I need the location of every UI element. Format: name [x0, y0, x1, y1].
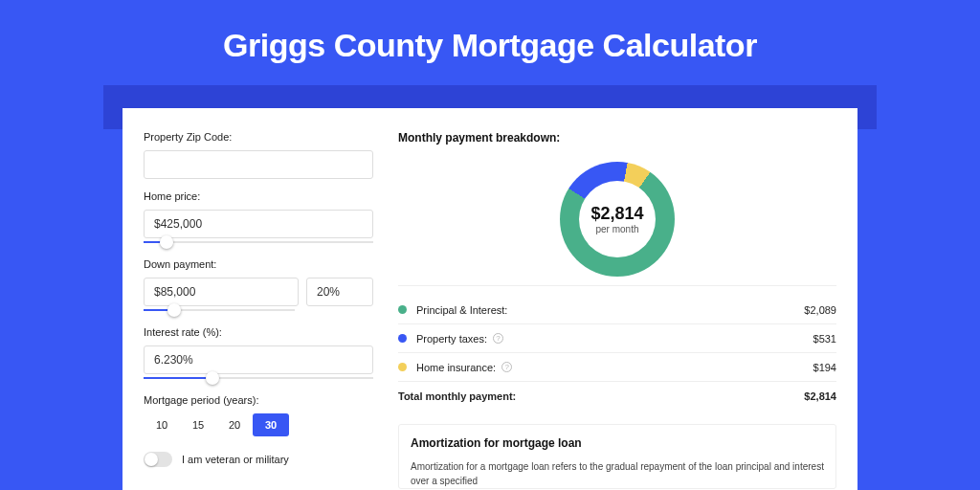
amortization-text: Amortization for a mortgage loan refers …	[411, 459, 824, 488]
veteran-toggle-row: I am veteran or military	[144, 452, 373, 467]
home-price-slider[interactable]	[144, 237, 373, 247]
page-title: Griggs County Mortgage Calculator	[0, 0, 980, 85]
total-value: $2,814	[804, 390, 836, 402]
donut-amount: $2,814	[590, 204, 643, 224]
veteran-toggle[interactable]	[144, 452, 172, 467]
rate-field-group: Interest rate (%):	[144, 326, 373, 383]
down-payment-input[interactable]	[144, 278, 299, 306]
breakdown-line: Principal & Interest:$2,089	[398, 296, 836, 324]
donut-ring: $2,814 per month	[560, 162, 675, 277]
legend-dot-icon	[398, 305, 407, 314]
slider-thumb-icon[interactable]	[206, 371, 219, 385]
zip-field-group: Property Zip Code:	[144, 131, 373, 179]
amortization-box: Amortization for mortgage loan Amortizat…	[398, 424, 836, 489]
breakdown-line: Home insurance:?$194	[398, 353, 836, 382]
breakdown-line: Property taxes:?$531	[398, 324, 836, 353]
slider-thumb-icon[interactable]	[160, 235, 173, 249]
rate-label: Interest rate (%):	[144, 326, 373, 338]
calculator-card: Property Zip Code: Home price: Down paym…	[122, 108, 858, 490]
toggle-knob-icon	[145, 453, 158, 466]
down-payment-slider[interactable]	[144, 305, 295, 315]
rate-input[interactable]	[144, 345, 373, 374]
breakdown-column: Monthly payment breakdown: $2,814 per mo…	[398, 131, 836, 490]
home-price-label: Home price:	[144, 190, 373, 202]
legend-dot-icon	[398, 363, 407, 371]
period-button-15[interactable]: 15	[180, 413, 216, 436]
breakdown-line-value: $531	[813, 333, 836, 345]
period-button-30[interactable]: 30	[253, 413, 289, 436]
period-field-group: Mortgage period (years): 10152030	[144, 394, 373, 436]
breakdown-title: Monthly payment breakdown:	[398, 131, 836, 145]
total-label: Total monthly payment:	[398, 390, 516, 402]
rate-slider[interactable]	[144, 373, 373, 383]
info-icon[interactable]: ?	[501, 362, 512, 372]
period-button-10[interactable]: 10	[144, 413, 180, 436]
down-payment-pct-input[interactable]	[306, 278, 373, 306]
breakdown-line-value: $194	[813, 362, 836, 373]
breakdown-line-label: Principal & Interest:	[416, 304, 507, 316]
slider-thumb-icon[interactable]	[167, 303, 181, 317]
slider-fill	[144, 377, 212, 379]
zip-input[interactable]	[144, 150, 373, 179]
down-payment-label: Down payment:	[144, 258, 373, 270]
donut-chart: $2,814 per month	[398, 152, 836, 286]
info-icon[interactable]: ?	[493, 333, 503, 344]
form-column: Property Zip Code: Home price: Down paym…	[144, 131, 373, 490]
zip-label: Property Zip Code:	[144, 131, 373, 143]
down-payment-field-group: Down payment:	[144, 258, 373, 315]
home-price-input[interactable]	[144, 210, 373, 238]
breakdown-line-label: Home insurance:	[416, 362, 496, 373]
home-price-field-group: Home price:	[144, 190, 373, 247]
breakdown-line-value: $2,089	[804, 304, 836, 316]
veteran-label: I am veteran or military	[182, 454, 289, 465]
period-label: Mortgage period (years):	[144, 394, 373, 406]
legend-dot-icon	[398, 334, 407, 343]
period-button-20[interactable]: 20	[216, 413, 253, 436]
breakdown-line-label: Property taxes:	[416, 333, 487, 345]
donut-sub: per month	[595, 224, 638, 234]
total-line: Total monthly payment: $2,814	[398, 382, 836, 411]
amortization-title: Amortization for mortgage loan	[411, 436, 824, 450]
slider-track	[144, 241, 373, 243]
donut-center: $2,814 per month	[579, 181, 656, 257]
